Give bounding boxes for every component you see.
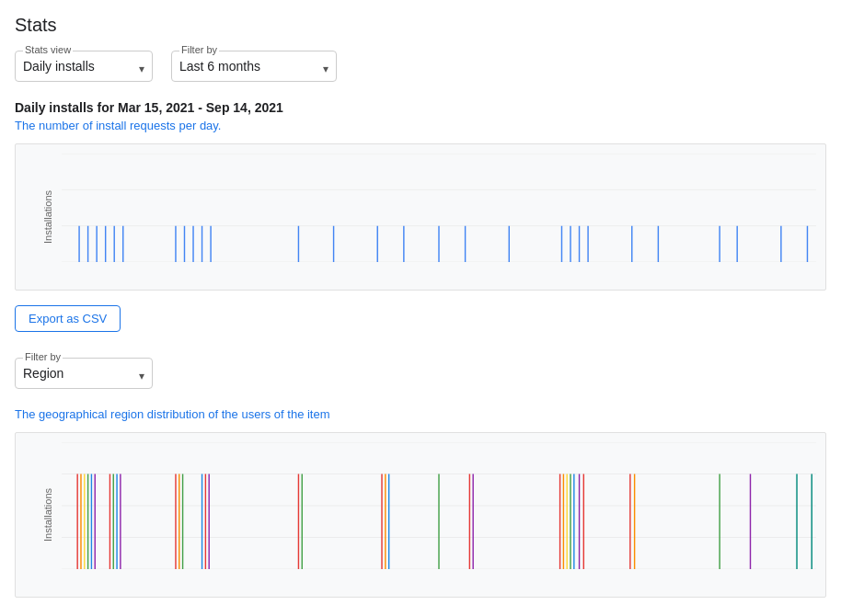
chart1-title: Daily installs for Mar 15, 2021 - Sep 14… xyxy=(15,100,826,115)
region-select[interactable]: Region Country Language xyxy=(23,362,144,384)
chart2-container: Installations 1.5 1.0 0.5 0.0 xyxy=(15,432,826,598)
chart1-svg: 3 2 1 0 xyxy=(62,154,816,262)
filter-by-select[interactable]: Last 6 months Last 3 months Last month L… xyxy=(179,55,328,77)
chart1-y-label: Installations xyxy=(42,190,53,244)
stats-view-select[interactable]: Daily installs Weekly installs Monthly i… xyxy=(23,55,144,77)
region-filter-row: Filter by Region Country Language ▾ xyxy=(15,358,826,389)
chart2-svg: 1.5 1.0 0.5 0.0 xyxy=(62,442,816,569)
chart1-subtitle: The number of install requests per day. xyxy=(15,119,826,132)
stats-view-select-container: Stats view Daily installs Weekly install… xyxy=(15,51,153,82)
chart2-subtitle: The geographical region distribution of … xyxy=(15,407,826,421)
filter-by-select-container: Filter by Last 6 months Last 3 months La… xyxy=(171,51,337,82)
stats-view-label: Stats view xyxy=(23,44,73,55)
chart2-y-label: Installations xyxy=(42,488,53,542)
region-select-container: Filter by Region Country Language ▾ xyxy=(15,358,153,389)
export-csv-button[interactable]: Export as CSV xyxy=(15,305,121,332)
chart1-container: Installations 3 2 1 0 xyxy=(15,143,826,291)
page-title: Stats xyxy=(15,15,826,36)
region-filter-label: Filter by xyxy=(23,351,63,362)
second-section: Filter by Region Country Language ▾ The … xyxy=(15,358,826,598)
filter-by-label: Filter by xyxy=(179,44,219,55)
controls-row: Stats view Daily installs Weekly install… xyxy=(15,51,826,82)
